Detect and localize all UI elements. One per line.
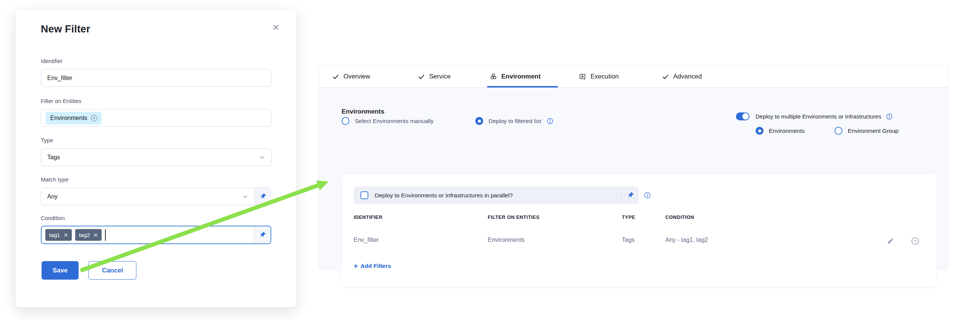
plus-icon: +: [354, 262, 358, 270]
radio-select-environments-manually[interactable]: Select Environments manually: [342, 117, 434, 125]
radio-environment-group[interactable]: Environment Group: [835, 127, 898, 135]
check-icon: [332, 73, 339, 80]
tab-label: Overview: [344, 73, 370, 80]
condition-chip-tag2: tag2 ✕: [75, 229, 102, 241]
tab-label: Environment: [501, 73, 541, 80]
environment-icon: [490, 73, 497, 80]
identifier-value: Env_filter: [47, 75, 73, 81]
match-type-value: Any: [47, 193, 58, 200]
tab-bar: Overview Service Environment Execution A…: [319, 66, 948, 87]
radio-environments[interactable]: Environments: [756, 127, 805, 135]
type-select[interactable]: Tags: [41, 148, 272, 166]
col-header-condition: CONDITION: [665, 214, 694, 220]
radio-label: Environment Group: [848, 128, 898, 134]
condition-chips: tag1 ✕ tag2 ✕: [41, 227, 254, 243]
radio-label: Environments: [769, 128, 805, 134]
info-icon[interactable]: [547, 118, 554, 125]
chevron-down-icon: [259, 154, 265, 160]
parallel-option: Deploy to Environments or Infrastructure…: [354, 191, 621, 199]
info-icon[interactable]: [644, 192, 651, 199]
checkbox-label: Deploy to Environments or Infrastructure…: [375, 192, 513, 199]
match-type-label: Match type: [41, 176, 68, 183]
toggle-label: Deploy to multiple Environments or Infra…: [756, 113, 881, 120]
col-header-identifier: IDENTIFIER: [354, 214, 382, 220]
entity-chip-environments: Environments: [46, 112, 102, 125]
condition-chip-tag1: tag1 ✕: [45, 229, 72, 241]
filter-on-entities-label: Filter on Entities: [41, 98, 82, 104]
filters-card: Deploy to Environments or Infrastructure…: [342, 174, 936, 287]
radio-deploy-to-filtered-list[interactable]: Deploy to filtered list: [475, 117, 554, 125]
radio-icon[interactable]: [475, 117, 483, 125]
save-button[interactable]: Save: [41, 261, 79, 280]
identifier-label: Identifier: [41, 58, 63, 64]
radio-label: Select Environments manually: [355, 118, 434, 125]
pin-icon[interactable]: [254, 227, 270, 243]
cell-identifier: Env_filter: [354, 237, 379, 243]
edit-icon[interactable]: [886, 236, 896, 246]
col-header-filter-on-entities: FILTER ON ENTITIES: [488, 214, 539, 220]
new-filter-modal: New Filter ✕ Identifier Env_filter Filte…: [15, 10, 297, 307]
add-filters-label: Add Filters: [360, 263, 391, 269]
radio-icon[interactable]: [756, 127, 764, 135]
tab-overview[interactable]: Overview: [332, 66, 370, 87]
execution-icon: [579, 73, 586, 80]
chevron-down-icon: [242, 193, 248, 200]
environment-tab-content: Environments Select Environments manuall…: [319, 87, 948, 271]
tab-label: Advanced: [673, 73, 702, 80]
radio-label: Deploy to filtered list: [488, 118, 541, 125]
match-type-control: Any: [41, 187, 271, 205]
identifier-input[interactable]: Env_filter: [41, 69, 272, 87]
type-value: Tags: [47, 154, 60, 161]
screen: New Filter ✕ Identifier Env_filter Filte…: [0, 0, 980, 320]
tab-environment[interactable]: Environment: [490, 66, 541, 87]
check-icon: [418, 73, 425, 80]
type-label: Type: [41, 137, 53, 143]
chip-remove-icon[interactable]: ✕: [64, 233, 68, 238]
close-icon[interactable]: ✕: [269, 21, 282, 34]
pin-icon[interactable]: [254, 187, 271, 205]
tab-label: Execution: [590, 73, 619, 80]
tag-label: tag1: [49, 232, 60, 238]
pin-icon[interactable]: [622, 192, 639, 199]
modal-title: New Filter: [41, 24, 90, 35]
tab-execution[interactable]: Execution: [579, 66, 619, 87]
chip-remove-icon[interactable]: [90, 114, 98, 122]
filter-on-entities-input[interactable]: Environments: [41, 109, 272, 127]
entity-chip-label: Environments: [50, 115, 87, 122]
info-icon[interactable]: [886, 113, 893, 120]
condition-label: Condition: [41, 215, 65, 221]
section-heading: Environments: [342, 108, 384, 116]
toggle-row: Deploy to multiple Environments or Infra…: [736, 112, 893, 120]
check-icon: [662, 73, 669, 80]
remove-icon[interactable]: [910, 236, 920, 246]
add-filters-button[interactable]: + Add Filters: [354, 262, 391, 270]
col-header-type: TYPE: [622, 214, 635, 220]
condition-input[interactable]: tag1 ✕ tag2 ✕: [41, 226, 271, 244]
stage-config-panel: Overview Service Environment Execution A…: [318, 65, 948, 271]
radio-icon[interactable]: [835, 127, 843, 135]
deploy-multiple-toggle[interactable]: [736, 112, 749, 120]
chip-remove-icon[interactable]: ✕: [93, 233, 98, 238]
parallel-option-bar: Deploy to Environments or Infrastructure…: [354, 187, 639, 204]
tab-advanced[interactable]: Advanced: [662, 66, 702, 87]
text-cursor: [105, 230, 106, 241]
radio-icon[interactable]: [342, 117, 350, 125]
tab-service[interactable]: Service: [418, 66, 451, 87]
tab-label: Service: [429, 73, 451, 80]
match-type-select[interactable]: Any: [41, 187, 255, 205]
tag-label: tag2: [79, 232, 90, 238]
cell-type: Tags: [622, 237, 635, 243]
parallel-checkbox[interactable]: [360, 191, 368, 199]
cell-filter-on-entities: Environments: [488, 237, 525, 243]
cancel-button[interactable]: Cancel: [88, 261, 136, 280]
cell-condition: Any - tag1, tag2: [665, 237, 708, 243]
